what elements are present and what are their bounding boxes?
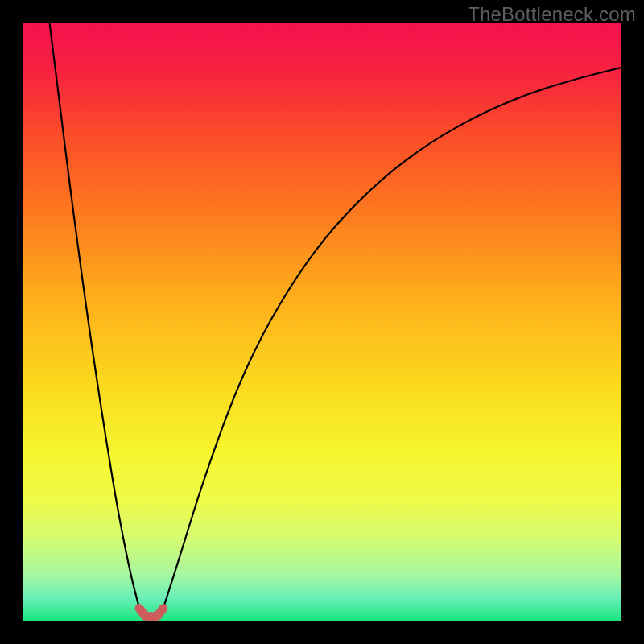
gradient-background — [23, 23, 621, 621]
plot-frame — [23, 23, 621, 621]
watermark-label: TheBottleneck.com — [468, 3, 636, 26]
bottleneck-chart — [23, 23, 621, 621]
